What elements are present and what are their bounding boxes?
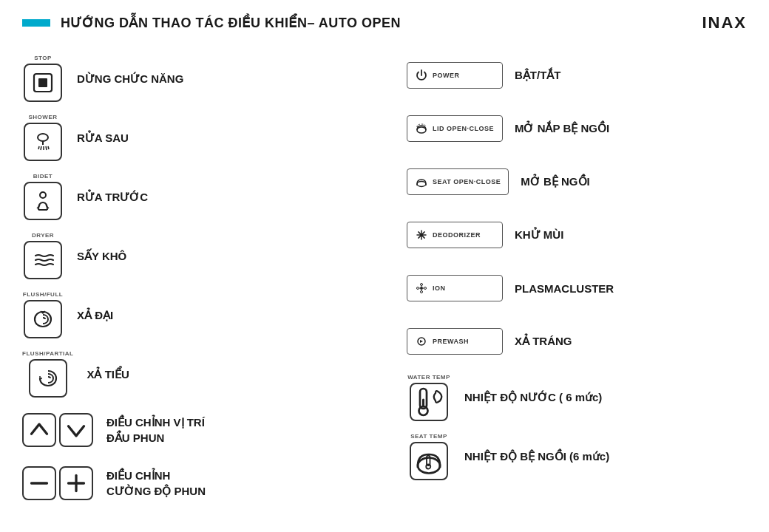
item-ion: ION PLASMACLUSTER <box>407 262 747 315</box>
intensity-icons <box>22 466 93 500</box>
flush-partial-icon[interactable] <box>29 359 67 398</box>
deodorizer-text: KHỬ MÙI <box>515 228 563 242</box>
svg-line-5 <box>41 146 41 150</box>
bidet-icon[interactable] <box>24 182 62 220</box>
flush-partial-text: XẢ TIỂU <box>87 366 129 382</box>
item-shower: SHOWER RỬA SAU <box>22 108 384 167</box>
deodorizer-btn[interactable]: DEODORIZER <box>407 222 503 248</box>
page-title: HƯỚNG DẪN THAO TÁC ĐIỀU KHIỂN– AUTO OPEN <box>61 15 702 31</box>
flush-partial-label: FLUSH/PARTIAL <box>22 350 73 357</box>
svg-point-29 <box>424 287 427 290</box>
shower-icon-wrap: SHOWER <box>22 114 64 161</box>
seat-temp-icon[interactable] <box>410 442 448 480</box>
deodorizer-btn-text: DEODORIZER <box>433 231 481 239</box>
item-intensity: ĐIỀU CHỈNHCƯỜNG ĐỘ PHUN <box>22 457 384 510</box>
right-column: POWER BẬT/TẮT LID OPEN·CLOSE MỞ NẮP BỆ N… <box>384 49 747 510</box>
svg-point-28 <box>417 287 419 290</box>
seat-icon <box>415 175 428 188</box>
item-seat-temp: SEAT TEMP NHIỆT <box>407 427 747 486</box>
seat-text: MỞ BỆ NGỒI <box>521 175 589 188</box>
lid-btn[interactable]: LID OPEN·CLOSE <box>407 115 503 142</box>
seat-btn[interactable]: SEAT OPEN·CLOSE <box>407 168 509 195</box>
brand-logo: INAX <box>702 13 747 33</box>
intensity-minus-icon[interactable] <box>22 466 56 500</box>
svg-point-27 <box>421 291 423 293</box>
flush-partial-icon-wrap: FLUSH/PARTIAL <box>22 350 73 398</box>
item-stop: STOP DỪNG CHỨC NĂNG <box>22 49 384 108</box>
svg-point-26 <box>421 284 423 286</box>
svg-line-4 <box>38 146 39 149</box>
prewash-icon <box>415 335 428 348</box>
item-seat: SEAT OPEN·CLOSE MỞ BỆ NGỒI <box>407 155 747 208</box>
seat-temp-label: SEAT TEMP <box>410 433 447 440</box>
svg-point-25 <box>420 287 423 290</box>
lid-text: MỞ NẮP BỆ NGỒI <box>515 122 609 135</box>
power-btn-text: POWER <box>433 72 460 79</box>
power-icon <box>415 69 428 82</box>
position-text: ĐIỀU CHỈNH VỊ TRÍĐẦU PHUN <box>106 415 205 446</box>
svg-point-16 <box>417 127 426 133</box>
bidet-text: RỬA TRƯỚC <box>77 189 148 205</box>
flush-full-icon[interactable] <box>24 300 62 338</box>
item-lid: LID OPEN·CLOSE MỞ NẮP BỆ NGỒI <box>407 102 747 155</box>
ion-btn[interactable]: ION <box>407 275 503 301</box>
flush-full-label: FLUSH/FULL <box>23 291 63 298</box>
ion-text: PLASMACLUSTER <box>515 282 614 295</box>
lid-icon <box>415 122 428 135</box>
position-down-icon[interactable] <box>59 413 93 447</box>
accent-bar <box>22 19 50 27</box>
shower-icon[interactable] <box>24 123 62 161</box>
item-dryer: DRYER SẤY KHÔ <box>22 226 384 285</box>
page: HƯỚNG DẪN THAO TÁC ĐIỀU KHIỂN– AUTO OPEN… <box>0 0 769 532</box>
seat-btn-text: SEAT OPEN·CLOSE <box>433 178 501 185</box>
dryer-text: SẤY KHÔ <box>77 248 126 264</box>
svg-point-9 <box>40 192 46 198</box>
bidet-label: BIDET <box>33 173 53 180</box>
water-temp-icon[interactable] <box>410 383 448 421</box>
svg-point-24 <box>420 233 423 236</box>
content-grid: STOP DỪNG CHỨC NĂNG SHOWER <box>22 49 747 510</box>
prewash-text: XẢ TRÁNG <box>515 335 572 348</box>
flush-full-text: XẢ ĐẠI <box>77 307 113 323</box>
stop-icon[interactable] <box>24 64 62 102</box>
deodorizer-icon <box>415 228 428 242</box>
stop-icon-wrap: STOP <box>22 55 64 102</box>
item-deodorizer: DEODORIZER KHỬ MÙI <box>407 208 747 262</box>
seat-temp-text: NHIỆT ĐỘ BỆ NGỒI (6 mức) <box>464 450 609 463</box>
shower-text: RỬA SAU <box>77 130 129 146</box>
water-temp-text: NHIỆT ĐỘ NƯỚC ( 6 mức) <box>464 391 602 404</box>
svg-point-17 <box>417 182 426 187</box>
header: HƯỚNG DẪN THAO TÁC ĐIỀU KHIỂN– AUTO OPEN… <box>22 13 747 33</box>
intensity-text: ĐIỀU CHỈNHCƯỜNG ĐỘ PHUN <box>106 468 206 499</box>
flush-full-icon-wrap: FLUSH/FULL <box>22 291 64 338</box>
ion-btn-text: ION <box>433 284 446 292</box>
dryer-label: DRYER <box>32 232 54 239</box>
prewash-btn-text: PREWASH <box>433 338 469 345</box>
seat-temp-icon-wrap: SEAT TEMP <box>407 433 451 480</box>
position-icons <box>22 413 93 447</box>
item-prewash: PREWASH XẢ TRÁNG <box>407 315 747 368</box>
stop-text: DỪNG CHỨC NĂNG <box>77 71 183 86</box>
bidet-icon-wrap: BIDET <box>22 173 64 220</box>
svg-line-8 <box>48 146 49 149</box>
item-power: POWER BẬT/TẮT <box>407 49 747 102</box>
stop-label: STOP <box>34 55 52 61</box>
item-flush-full: FLUSH/FULL XẢ ĐẠI <box>22 285 384 344</box>
svg-line-7 <box>46 146 47 150</box>
intensity-plus-icon[interactable] <box>59 466 93 500</box>
shower-label: SHOWER <box>29 114 58 120</box>
power-text: BẬT/TẮT <box>515 69 561 82</box>
water-temp-label: WATER TEMP <box>407 374 450 381</box>
position-up-icon[interactable] <box>22 413 56 447</box>
dryer-icon[interactable] <box>24 241 62 279</box>
lid-btn-text: LID OPEN·CLOSE <box>433 125 494 132</box>
left-column: STOP DỪNG CHỨC NĂNG SHOWER <box>22 49 384 510</box>
prewash-btn[interactable]: PREWASH <box>407 328 503 355</box>
ion-icon <box>415 282 428 295</box>
svg-rect-1 <box>38 78 47 87</box>
dryer-icon-wrap: DRYER <box>22 232 64 279</box>
item-bidet: BIDET RỬA TRƯỚC <box>22 167 384 226</box>
svg-point-2 <box>38 134 48 141</box>
item-position: ĐIỀU CHỈNH VỊ TRÍĐẦU PHUN <box>22 403 384 457</box>
power-btn[interactable]: POWER <box>407 62 503 89</box>
